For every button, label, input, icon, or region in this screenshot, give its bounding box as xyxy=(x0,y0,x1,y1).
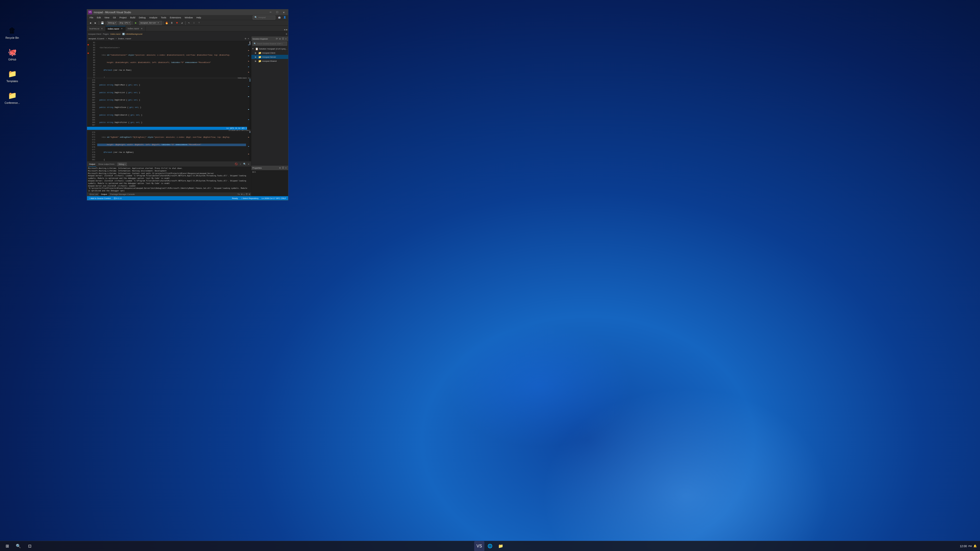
tree-server[interactable]: ▶ 📁 moopad.Server xyxy=(251,55,288,59)
tree-solution-expand[interactable]: ▼ xyxy=(252,48,255,50)
toolbar-sep-3 xyxy=(132,21,132,25)
taskbar-vs-btn[interactable]: VS xyxy=(474,541,484,551)
bottom-tab-error-list[interactable]: Error List xyxy=(88,192,99,197)
props-toolbar-2[interactable]: ☰ xyxy=(282,167,285,169)
menu-debug[interactable]: Debug xyxy=(137,15,147,20)
se-close-btn[interactable]: ✕ xyxy=(285,38,287,40)
breadcrumb-pages[interactable]: Pages xyxy=(103,33,109,35)
props-toolbar-1[interactable]: ⊞ xyxy=(279,167,281,169)
taskbar-edge-btn[interactable]: 🌐 xyxy=(485,541,495,551)
output-tab-label[interactable]: Output xyxy=(88,162,96,167)
output-source-label: Debug xyxy=(119,163,124,165)
tab-index-1-close[interactable]: ✕ xyxy=(120,27,123,30)
split-editor-btn[interactable]: ⊞ xyxy=(286,33,287,35)
taskbar-explorer-btn[interactable]: 📁 xyxy=(496,541,506,551)
desktop-icon-templates[interactable]: 📁 Templates xyxy=(2,68,22,84)
props-categories-btn[interactable]: ⊞ xyxy=(252,171,254,173)
vs-code-content-1[interactable]: <SetTableContainer> <div id="tableContai… xyxy=(96,41,247,78)
tab-index-2-close[interactable]: ✕ xyxy=(140,27,143,30)
tab-test-file-list[interactable]: TestFileList ✕ xyxy=(87,26,106,31)
account-btn[interactable]: 👤 xyxy=(282,16,287,19)
tree-server-expand[interactable]: ▶ xyxy=(255,56,258,58)
se-filter-btn[interactable]: ☰ xyxy=(282,38,285,40)
tree-solution[interactable]: ▼ 📋 Solution 'moopad' (3 of 3 projects) xyxy=(251,47,288,51)
output-find-btn[interactable]: 🔍 xyxy=(242,163,247,165)
vs-code-scroll-1[interactable]: 8182838485 8687888990 9192939495 9697989… xyxy=(87,41,251,78)
statusbar-repo[interactable]: ↕ Select Repository xyxy=(240,197,259,200)
tree-shared-expand[interactable]: ▶ xyxy=(255,60,258,62)
taskbar-task-view-btn[interactable]: ⊡ xyxy=(24,541,35,551)
toolbar-start-debug[interactable]: ▶ xyxy=(134,21,138,25)
toolbar-startup-project[interactable]: moopad.Server ▾ xyxy=(139,21,162,25)
tabs-scroll-right[interactable]: ▶ xyxy=(286,28,288,31)
toolbar-back[interactable]: ◀ xyxy=(88,21,93,25)
desktop-icon-github[interactable]: 🐙 GitHub xyxy=(2,46,22,62)
output-source-dropdown[interactable]: Debug ▾ xyxy=(118,162,127,166)
statusbar-errors[interactable]: ⓪ 0 ⚠ 0 xyxy=(113,197,122,200)
tree-client-expand[interactable]: ▶ xyxy=(255,52,258,54)
vs-code-content-2[interactable]: public string ImgSrcMain { get; set; } p… xyxy=(96,79,247,130)
desktop-icon-recycle-bin[interactable]: 🗑 Recycle Bin xyxy=(2,24,22,41)
output-clear-btn[interactable]: 🚫 xyxy=(234,163,239,165)
menu-tools[interactable]: Tools xyxy=(159,15,168,20)
panel-1-close-btn[interactable]: ✕ xyxy=(247,37,250,40)
menu-edit[interactable]: Edit xyxy=(95,15,103,20)
menu-window[interactable]: Window xyxy=(183,15,194,20)
breadcrumb-file[interactable]: Index.razor xyxy=(110,33,121,35)
menu-extensions[interactable]: Extensions xyxy=(169,15,183,20)
output-close-btn[interactable]: ✕ xyxy=(247,163,250,165)
desktop-icon-conference[interactable]: 📁 Conference... xyxy=(2,89,22,106)
statusbar-source-control[interactable]: ↕ Add to Source Control xyxy=(89,197,111,200)
toolbar-step-over[interactable]: ↷ xyxy=(186,21,191,25)
bottom-tab-package-manager[interactable]: Package Manager Console xyxy=(108,192,136,197)
vs-maximize-button[interactable]: □ xyxy=(274,10,280,15)
github-copilot-btn[interactable]: 🤖 xyxy=(277,16,282,19)
toolbar-save-all[interactable]: 💾 xyxy=(100,21,105,25)
taskbar-search-btn[interactable]: 🔍 xyxy=(13,541,24,551)
toolbar-stop[interactable]: ■ xyxy=(175,21,179,25)
debug-config-label: Debug xyxy=(108,22,115,24)
tree-client[interactable]: ▶ 📁 moopad.Client xyxy=(251,51,288,55)
menu-view[interactable]: View xyxy=(103,15,111,20)
vs-close-button[interactable]: ✕ xyxy=(280,10,287,15)
tab-test-close[interactable]: ✕ xyxy=(100,27,103,30)
tabs-scroll-left[interactable]: ◀ xyxy=(283,28,286,31)
toolbar-hot-reload[interactable]: 🔥 xyxy=(164,21,169,25)
toolbar-step-into[interactable]: ↓ xyxy=(192,21,196,25)
startup-label: moopad.Server ▾ xyxy=(140,22,159,24)
menu-file[interactable]: File xyxy=(88,15,95,20)
toolbar-restart[interactable]: ↺ xyxy=(180,21,184,25)
output-line-4: moopad.Server: [CoreCLR :clrhost]: Loade… xyxy=(88,175,250,180)
vs-minimize-button[interactable]: ─ xyxy=(267,10,274,15)
tree-shared[interactable]: ▶ 📁 moopad.Shared xyxy=(251,59,288,63)
toolbar-pause[interactable]: ⏸ xyxy=(169,21,174,25)
taskbar-start-btn[interactable]: ⊞ xyxy=(2,541,12,551)
toolbar-platform[interactable]: Any CPU ▾ xyxy=(118,21,131,25)
props-alpha-btn[interactable]: A xyxy=(254,171,256,173)
vs-search-input[interactable] xyxy=(258,16,274,19)
bottom-tab-output[interactable]: Output xyxy=(99,192,108,197)
toolbar-step-out[interactable]: ↑ xyxy=(197,21,201,25)
tab-index-razor-1[interactable]: Index.razor ✕ xyxy=(106,26,126,31)
menu-help[interactable]: Help xyxy=(195,15,203,20)
toolbar-forward[interactable]: ▶ xyxy=(93,21,98,25)
vs-code-scroll-3[interactable]: 570571572573574 575576577578579 58058158… xyxy=(87,131,251,162)
vs-breadcrumb-bar: moopad.Client › Pages › Index.razor › 🔤 … xyxy=(87,32,288,37)
vs-se-search[interactable]: 🔍 xyxy=(252,41,287,46)
menu-project[interactable]: Project xyxy=(118,15,128,20)
menu-analyze[interactable]: Analyze xyxy=(148,15,159,20)
tab-index-razor-2[interactable]: Index.razor ✕ xyxy=(126,26,145,31)
taskbar-notification-btn[interactable]: 🔔 xyxy=(974,545,977,548)
toolbar-debug-config[interactable]: Debug ▾ xyxy=(107,21,118,25)
se-search-input[interactable] xyxy=(257,43,286,44)
se-sync-btn[interactable]: ⟳ xyxy=(275,38,278,40)
props-close-btn[interactable]: ✕ xyxy=(285,167,287,169)
se-props-btn[interactable]: ⊞ xyxy=(279,38,281,40)
menu-build[interactable]: Build xyxy=(129,15,137,20)
vs-code-scroll-2[interactable]: 379380381382383 384385386387388 38939039… xyxy=(87,79,251,130)
menu-git[interactable]: Git xyxy=(111,15,118,20)
breadcrumb-client[interactable]: moopad.Client xyxy=(88,33,101,35)
panel-1-split-btn[interactable]: ⊞ xyxy=(244,37,247,40)
vs-code-content-3[interactable]: <div id="bgNode" onDragStart="@(DragFunc… xyxy=(96,131,247,162)
output-word-wrap-btn[interactable]: ↕ xyxy=(239,163,242,165)
